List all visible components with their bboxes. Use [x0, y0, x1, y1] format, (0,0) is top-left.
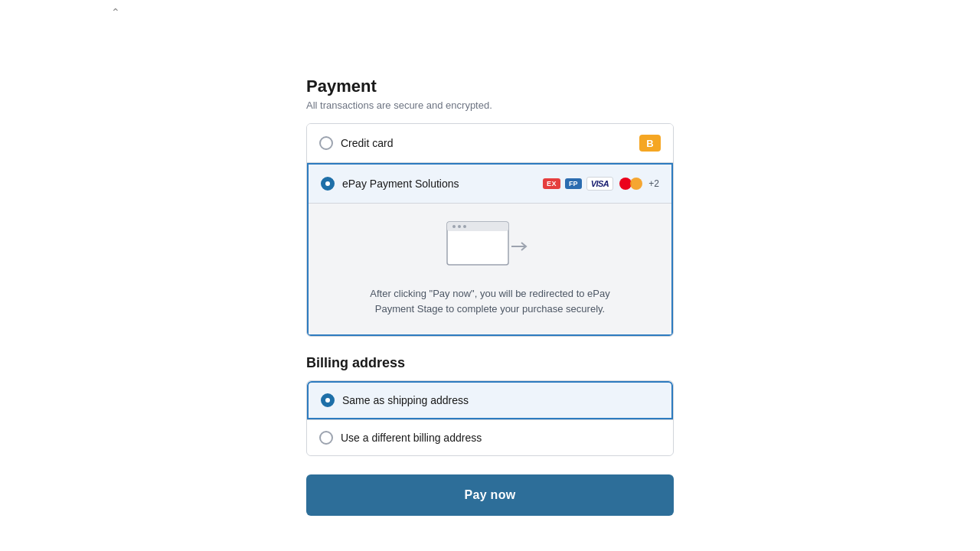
payment-subtitle: All transactions are secure and encrypte… — [306, 99, 674, 111]
svg-point-3 — [458, 225, 461, 228]
redirect-text: After clicking "Pay now", you will be re… — [370, 286, 609, 316]
pay-now-button[interactable]: Pay now — [306, 474, 674, 516]
credit-card-icons: B — [639, 135, 661, 152]
svg-point-4 — [463, 225, 466, 228]
billing-option-same-shipping[interactable]: Same as shipping address — [307, 381, 673, 419]
credit-card-option-left: Credit card — [319, 136, 393, 150]
plus-more-badge: +2 — [648, 178, 659, 189]
svg-rect-1 — [447, 222, 508, 231]
mastercard-icon — [618, 175, 644, 192]
credit-card-radio[interactable] — [319, 136, 333, 150]
different-billing-radio[interactable] — [319, 431, 333, 445]
payment-option-epay[interactable]: ePay Payment Solutions EX FP VISA +2 — [307, 163, 673, 336]
same-shipping-label: Same as shipping address — [342, 394, 469, 406]
billing-option-different[interactable]: Use a different billing address — [307, 419, 673, 455]
redirect-box: After clicking "Pay now", you will be re… — [309, 203, 671, 334]
billing-title: Billing address — [306, 355, 674, 371]
epay-red-icon: EX — [543, 178, 560, 189]
b-badge-icon: B — [639, 135, 661, 152]
epay-option-left: ePay Payment Solutions — [321, 177, 459, 191]
billing-options-container: Same as shipping address Use a different… — [306, 380, 674, 456]
epay-radio[interactable] — [321, 177, 335, 191]
billing-section: Billing address Same as shipping address… — [306, 355, 674, 456]
epay-label: ePay Payment Solutions — [342, 178, 459, 190]
epay-blue-icon: FP — [565, 178, 582, 189]
visa-icon: VISA — [586, 177, 614, 191]
payment-options-container: Credit card B ePay Payment Solutions — [306, 123, 674, 337]
payment-section: Payment All transactions are secure and … — [306, 77, 674, 337]
payment-option-credit-card[interactable]: Credit card B — [307, 124, 673, 163]
same-shipping-radio[interactable] — [321, 393, 335, 407]
browser-window-icon — [444, 219, 536, 274]
payment-title: Payment — [306, 77, 674, 96]
different-billing-label: Use a different billing address — [341, 432, 482, 444]
svg-point-2 — [452, 225, 456, 228]
chevron-up-icon[interactable]: ⌃ — [111, 6, 120, 18]
credit-card-label: Credit card — [341, 137, 393, 149]
epay-icons: EX FP VISA +2 — [543, 175, 659, 192]
main-content: Payment All transactions are secure and … — [306, 0, 674, 516]
page-container: ⌃ Payment All transactions are secure an… — [0, 0, 980, 551]
